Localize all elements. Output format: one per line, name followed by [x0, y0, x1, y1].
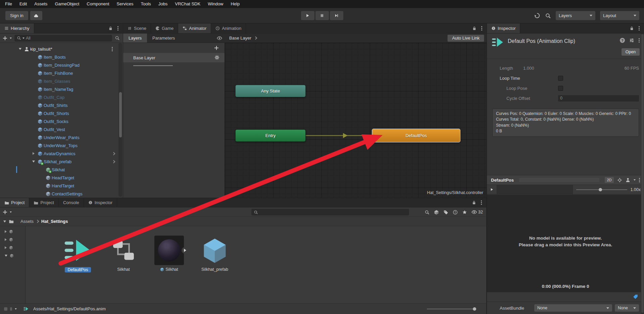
- lock-icon[interactable]: [472, 200, 476, 205]
- menu-edit[interactable]: Edit: [16, 0, 31, 8]
- preview-drag-handle[interactable]: [519, 178, 599, 182]
- tab-scene[interactable]: Scene: [123, 23, 151, 33]
- tab-animation[interactable]: Animation: [211, 23, 246, 33]
- folder-tree-item[interactable]: [0, 236, 25, 244]
- panel-menu-icon[interactable]: [481, 28, 482, 29]
- folder-tree-item[interactable]: [0, 252, 25, 260]
- preview-viewport[interactable]: No model is available for preview. Pleas…: [487, 195, 644, 292]
- assetbundle-dropdown[interactable]: None: [534, 304, 612, 312]
- auto-live-link-button[interactable]: Auto Live Link: [447, 35, 484, 42]
- chevron-down-icon[interactable]: [634, 179, 636, 181]
- tab-game[interactable]: Game: [151, 23, 178, 33]
- assetbundle-tag-icon[interactable]: [633, 294, 638, 300]
- asset-item-defaultpos[interactable]: DefaultPos: [59, 236, 96, 272]
- tree-row[interactable]: ContactSettings: [0, 190, 123, 198]
- cloud-button[interactable]: [30, 11, 42, 20]
- foldout-open-icon[interactable]: [3, 221, 6, 223]
- menu-assets[interactable]: Assets: [31, 0, 51, 8]
- tree-row-root[interactable]: kip_tailsuit*: [0, 45, 123, 53]
- gear-icon[interactable]: [214, 55, 219, 60]
- tree-row[interactable]: Item_FishBone: [0, 69, 123, 77]
- tree-row-selected[interactable]: Silkhat: [0, 166, 123, 174]
- hierarchy-search-input[interactable]: [26, 36, 110, 41]
- thumbnail-size-slider[interactable]: [427, 309, 476, 309]
- menu-gameobject[interactable]: GameObject: [51, 0, 83, 8]
- tree-row[interactable]: HandTarget: [0, 182, 123, 190]
- panel-menu-icon[interactable]: [117, 28, 118, 29]
- add-layer-button[interactable]: [214, 46, 218, 50]
- prefab-expander-button[interactable]: [182, 247, 188, 254]
- tree-row[interactable]: HeadTarget: [0, 174, 123, 182]
- menu-file[interactable]: File: [1, 0, 16, 8]
- panel-menu-icon[interactable]: [481, 202, 482, 203]
- search-in-assets-icon[interactable]: [425, 210, 430, 215]
- asset-item-prefab[interactable]: Silkhat_prefab: [196, 236, 233, 272]
- prefab-open-chevron-icon[interactable]: [112, 152, 115, 155]
- label-tag-icon[interactable]: [443, 210, 448, 215]
- avatar-preview-icon[interactable]: [626, 178, 630, 182]
- tree-row[interactable]: Outfit_Shirts: [0, 101, 123, 109]
- step-button[interactable]: [330, 11, 343, 20]
- tab-project[interactable]: Project: [29, 198, 58, 207]
- status-mini-icon[interactable]: [10, 307, 12, 311]
- menu-jobs[interactable]: Jobs: [155, 0, 171, 8]
- menu-tools[interactable]: Tools: [137, 0, 154, 8]
- layers-dropdown[interactable]: Layers: [556, 11, 595, 20]
- project-search-input[interactable]: [260, 210, 407, 214]
- tab-inspector-docked[interactable]: Inspector: [84, 198, 117, 207]
- hierarchy-scrollbar-thumb[interactable]: [119, 92, 122, 137]
- context-menu-icon[interactable]: [639, 40, 640, 41]
- cycle-offset-field[interactable]: 0: [558, 95, 639, 102]
- breadcrumb-current-folder[interactable]: Hat_Settings: [41, 219, 68, 224]
- slider-handle[interactable]: [599, 188, 602, 191]
- animator-layers-tab[interactable]: Layers: [123, 34, 147, 43]
- tree-row[interactable]: AvatarDynamics: [0, 149, 123, 158]
- state-node-entry[interactable]: Entry: [235, 129, 306, 142]
- lock-icon[interactable]: [472, 26, 477, 30]
- preview-play-button[interactable]: [487, 185, 497, 194]
- 2d-toggle-button[interactable]: 2D: [605, 177, 614, 183]
- state-node-any-state[interactable]: Any State: [235, 85, 306, 97]
- tree-row[interactable]: Outfit_Vest: [0, 125, 123, 133]
- panel-menu-icon[interactable]: [639, 28, 640, 29]
- state-node-defaultpos[interactable]: DefaultPos: [372, 129, 460, 142]
- menu-vrchat-sdk[interactable]: VRChat SDK: [171, 0, 204, 8]
- inspector-scrollbar-track[interactable]: [641, 34, 644, 314]
- foldout-open-icon[interactable]: [19, 48, 21, 50]
- menu-component[interactable]: Component: [83, 0, 113, 8]
- tree-row[interactable]: Outfit_Shorts: [0, 109, 123, 117]
- foldout-open-icon[interactable]: [32, 161, 35, 163]
- breadcrumb-base-layer[interactable]: Base Layer: [229, 36, 251, 41]
- breadcrumb-assets[interactable]: Assets: [20, 219, 34, 224]
- presets-icon[interactable]: [629, 38, 634, 43]
- pause-button[interactable]: [315, 11, 329, 20]
- undo-history-icon[interactable]: [534, 12, 540, 19]
- asset-item-controller[interactable]: Silkhat: [105, 236, 142, 272]
- prefab-open-chevron-icon[interactable]: [112, 160, 115, 163]
- speed-slider[interactable]: [576, 189, 627, 190]
- project-search[interactable]: [251, 209, 409, 215]
- tree-row-disabled[interactable]: Outfit_Cap: [0, 93, 123, 101]
- tab-animator[interactable]: Animator: [178, 23, 211, 33]
- tree-row[interactable]: UnderWear_Pants: [0, 133, 123, 141]
- layer-item-base-layer[interactable]: Base Layer: [123, 53, 225, 62]
- lock-icon[interactable]: [108, 26, 113, 30]
- tab-inspector[interactable]: Inspector: [487, 23, 520, 33]
- tree-row-disabled[interactable]: Item_Glasses: [0, 77, 123, 85]
- asset-item-prefab-preview[interactable]: Silkhat: [151, 236, 188, 272]
- status-mini-icon[interactable]: [4, 307, 7, 311]
- menu-services[interactable]: Services: [113, 0, 137, 8]
- preview-menu-icon[interactable]: [639, 180, 640, 181]
- open-button[interactable]: Open: [622, 48, 640, 56]
- hidden-count-toggle[interactable]: 32: [472, 209, 483, 215]
- alert-icon[interactable]: [453, 210, 458, 215]
- tab-project-active[interactable]: Project: [0, 198, 29, 207]
- tree-row[interactable]: Outfit_Socks: [0, 117, 123, 125]
- chevron-down-icon[interactable]: [10, 38, 12, 39]
- tree-row[interactable]: Silkhat_prefab: [0, 158, 123, 166]
- tab-console[interactable]: Console: [59, 198, 84, 207]
- loop-time-checkbox[interactable]: [558, 76, 563, 81]
- eye-icon[interactable]: [217, 36, 222, 41]
- search-filter-caret-icon[interactable]: [22, 38, 24, 39]
- favorites-star-icon[interactable]: [462, 210, 467, 215]
